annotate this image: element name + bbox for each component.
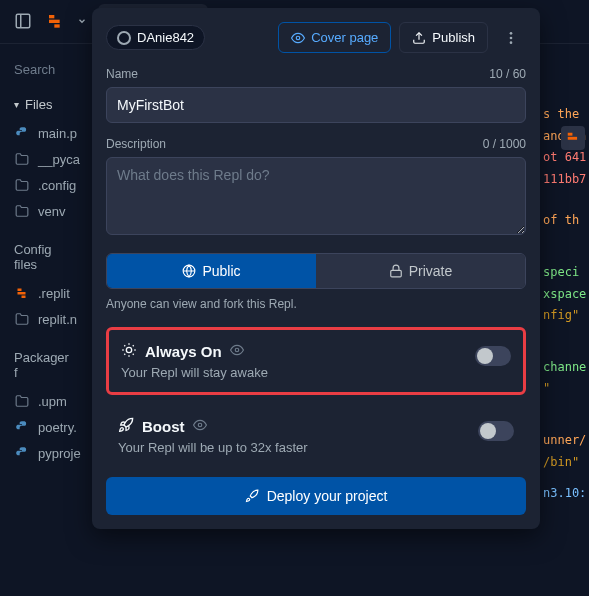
- config-section-header[interactable]: Config files: [0, 236, 84, 278]
- more-menu-button[interactable]: [496, 30, 526, 46]
- public-toggle[interactable]: Public: [107, 254, 316, 288]
- description-counter: 0 / 1000: [483, 137, 526, 151]
- file-icon: [14, 203, 30, 219]
- cover-page-button[interactable]: Cover page: [278, 22, 391, 53]
- svg-point-15: [510, 36, 513, 39]
- description-textarea[interactable]: [106, 157, 526, 235]
- svg-rect-0: [16, 15, 30, 29]
- sidebar: Search ▾ Files main.p__pyca.configvenv C…: [0, 44, 84, 596]
- svg-rect-2: [49, 15, 54, 18]
- rocket-icon: [118, 417, 134, 436]
- svg-point-29: [235, 348, 239, 352]
- file-icon: [14, 177, 30, 193]
- svg-rect-8: [18, 292, 26, 295]
- visibility-toggle: Public Private: [106, 253, 526, 289]
- file-item[interactable]: __pyca: [0, 146, 84, 172]
- svg-point-14: [510, 32, 513, 35]
- name-input[interactable]: [106, 87, 526, 123]
- file-icon: [14, 311, 30, 327]
- packager-section-header[interactable]: Packager f: [0, 344, 84, 386]
- svg-rect-19: [390, 270, 401, 276]
- files-section-header[interactable]: ▾ Files: [0, 91, 84, 118]
- owner-chip[interactable]: DAnie842: [106, 25, 205, 50]
- file-item[interactable]: poetry.: [0, 414, 84, 440]
- description-label: Description: [106, 137, 166, 151]
- sidebar-toggle-icon[interactable]: [12, 10, 34, 32]
- file-item[interactable]: venv: [0, 198, 84, 224]
- svg-rect-11: [568, 137, 577, 140]
- svg-point-16: [510, 41, 513, 44]
- svg-rect-3: [49, 20, 60, 23]
- chevron-down-icon[interactable]: [76, 10, 88, 32]
- svg-rect-9: [22, 296, 26, 299]
- visibility-helper: Anyone can view and fork this Repl.: [106, 297, 526, 311]
- boost-switch[interactable]: [478, 421, 514, 441]
- settings-modal: DAnie842 Cover page Publish Name 10 / 60…: [92, 8, 540, 529]
- svg-point-30: [198, 423, 202, 427]
- code-editor-background: s the and th ot 641 111bb7 of th speci x…: [539, 44, 589, 596]
- file-icon: [14, 393, 30, 409]
- eye-icon: [193, 418, 207, 435]
- search-input[interactable]: Search: [0, 56, 84, 83]
- svg-rect-4: [54, 25, 59, 28]
- always-on-switch[interactable]: [475, 346, 511, 366]
- file-icon: [14, 419, 30, 435]
- svg-line-27: [124, 354, 125, 355]
- file-icon: [14, 285, 30, 301]
- file-item[interactable]: .replit: [0, 280, 84, 306]
- chevron-down-icon: ▾: [14, 99, 19, 110]
- name-counter: 10 / 60: [489, 67, 526, 81]
- split-handle-icon[interactable]: [561, 126, 585, 150]
- svg-rect-10: [568, 133, 573, 136]
- file-item[interactable]: .upm: [0, 388, 84, 414]
- deploy-button[interactable]: Deploy your project: [106, 477, 526, 515]
- sun-icon: [121, 342, 137, 361]
- name-label: Name: [106, 67, 138, 81]
- file-item[interactable]: main.p: [0, 120, 84, 146]
- file-icon: [14, 445, 30, 461]
- file-icon: [14, 151, 30, 167]
- file-item[interactable]: .config: [0, 172, 84, 198]
- boost-card: Boost Your Repl will be up to 32x faster: [106, 405, 526, 467]
- file-icon: [14, 125, 30, 141]
- always-on-card: Always On Your Repl will stay awake: [106, 327, 526, 395]
- svg-line-24: [133, 354, 134, 355]
- svg-line-28: [133, 345, 134, 346]
- svg-rect-7: [18, 289, 22, 292]
- svg-point-12: [296, 36, 300, 40]
- file-item[interactable]: replit.n: [0, 306, 84, 332]
- svg-line-23: [124, 345, 125, 346]
- user-circle-icon: [117, 31, 131, 45]
- file-item[interactable]: pyproje: [0, 440, 84, 466]
- private-toggle[interactable]: Private: [316, 254, 525, 288]
- publish-button[interactable]: Publish: [399, 22, 488, 53]
- svg-point-20: [126, 347, 131, 352]
- eye-icon: [230, 343, 244, 360]
- replit-logo-icon[interactable]: [44, 10, 66, 32]
